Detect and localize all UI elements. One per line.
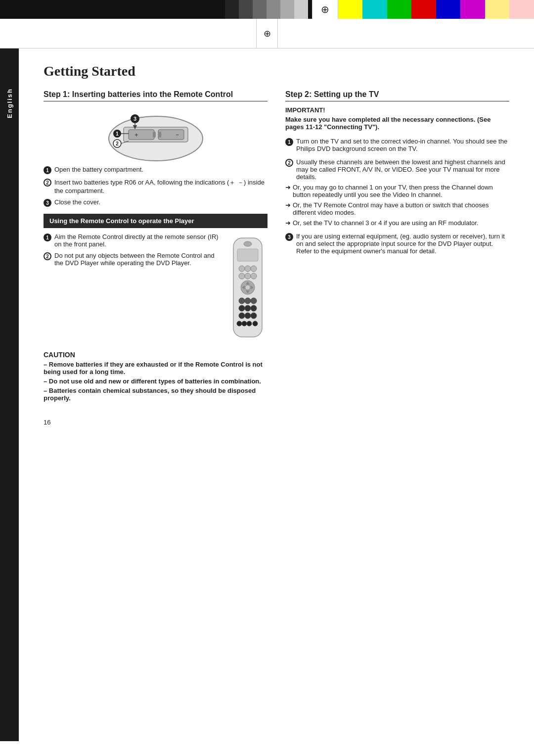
remote-num-2: 2: [44, 252, 51, 260]
remote-text-1: Aim the Remote Control directly at the r…: [54, 233, 220, 248]
svg-point-25: [251, 273, 257, 279]
remote-image: [228, 233, 267, 342]
arrow-item-3: ➜ Or, set the TV to channel 3 or 4 if yo…: [285, 219, 509, 227]
remote-section: 1 Aim the Remote Control directly at the…: [44, 233, 267, 342]
svg-point-20: [239, 266, 245, 272]
svg-point-41: [237, 321, 242, 326]
svg-rect-3: [153, 132, 156, 138]
step1-heading: Step 1: Inserting batteries into the Rem…: [44, 90, 267, 101]
svg-point-44: [253, 321, 258, 326]
important-box: IMPORTANT! Make sure you have completed …: [285, 106, 509, 131]
svg-rect-19: [237, 249, 258, 261]
left-column: Step 1: Inserting batteries into the Rem…: [44, 90, 267, 404]
important-title: IMPORTANT!: [285, 106, 509, 114]
caution-text: – Remove batteries if they are exhausted…: [44, 361, 267, 402]
svg-point-22: [251, 266, 257, 272]
step1-item-3: 3 Close the cover.: [44, 198, 267, 207]
caution-line-1: – Remove batteries if they are exhausted…: [44, 361, 267, 376]
step1-text-2: Insert two batteries type R06 or AA, fol…: [54, 178, 267, 194]
step1-num-3: 3: [44, 199, 51, 207]
caution-title: CAUTION: [44, 351, 267, 359]
two-column-layout: Step 1: Inserting batteries into the Rem…: [44, 90, 509, 404]
svg-text:1: 1: [116, 131, 119, 137]
svg-point-40: [251, 313, 257, 319]
step1-item-2: 2 Insert two batteries type R06 or AA, f…: [44, 178, 267, 194]
svg-rect-2: [129, 130, 154, 140]
caution-line-2: – Do not use old and new or different ty…: [44, 378, 267, 385]
header-area: ⊕: [0, 19, 534, 48]
svg-point-21: [245, 266, 251, 272]
important-text: Make sure you have completed all the nec…: [285, 116, 509, 131]
page-number-area: 16: [44, 419, 509, 426]
remote-box-label: Using the Remote Control to operate the …: [49, 217, 194, 225]
step2-num-2: 2: [285, 159, 293, 167]
top-color-bar: ⊕: [0, 0, 534, 19]
step2-text-1: Turn on the TV and set to the correct vi…: [296, 138, 509, 152]
remote-text-items: 1 Aim the Remote Control directly at the…: [44, 233, 220, 271]
arrow-icon-3: ➜: [285, 219, 291, 227]
svg-point-34: [251, 298, 257, 304]
svg-point-38: [239, 313, 245, 319]
remote-num-1: 1: [44, 234, 51, 241]
step1-text-3: Close the cover.: [54, 198, 100, 206]
step1-item-1: 1 Open the battery compartment.: [44, 166, 267, 174]
svg-text:－: －: [175, 132, 180, 138]
svg-point-23: [239, 273, 245, 279]
battery-diagram: ＋ － 3 1: [44, 106, 267, 166]
remote-item-2: 2 Do not put any objects between the Rem…: [44, 252, 220, 267]
step2-heading: Step 2: Setting up the TV: [285, 90, 509, 101]
arrow-text-1: Or, you may go to channel 1 on your TV, …: [293, 184, 509, 198]
remote-svg: [229, 233, 267, 342]
svg-point-27: [245, 285, 250, 290]
svg-point-18: [244, 241, 252, 246]
header-crosshair-icon: ⊕: [264, 28, 271, 39]
step1-num-2: 2: [44, 179, 51, 187]
caution-line-3: – Batteries contain chemical substances,…: [44, 387, 267, 402]
svg-point-43: [247, 321, 252, 326]
svg-point-32: [239, 298, 245, 304]
svg-point-39: [245, 313, 251, 319]
caution-section: CAUTION – Remove batteries if they are e…: [44, 351, 267, 402]
battery-svg: ＋ － 3 1: [101, 106, 210, 166]
svg-point-36: [245, 305, 251, 311]
remote-text-2: Do not put any objects between the Remot…: [54, 252, 220, 267]
step2-num-3: 3: [285, 233, 293, 241]
step2-item-2: 2 Usually these channels are between the…: [285, 158, 509, 181]
remote-item-1: 1 Aim the Remote Control directly at the…: [44, 233, 220, 248]
svg-point-37: [251, 305, 257, 311]
sidebar: English: [0, 48, 19, 741]
svg-rect-4: [158, 130, 184, 140]
remote-control-box: Using the Remote Control to operate the …: [44, 214, 267, 228]
step1-text-1: Open the battery compartment.: [54, 166, 143, 173]
svg-text:2: 2: [116, 141, 119, 146]
step1-num-1: 1: [44, 166, 51, 174]
arrow-icon-1: ➜: [285, 184, 291, 191]
svg-text:3: 3: [133, 116, 136, 122]
page-number: 16: [44, 419, 509, 426]
step2-text-2: Usually these channels are between the l…: [296, 158, 509, 181]
arrow-text-3: Or, set the TV to channel 3 or 4 if you …: [293, 219, 479, 227]
step2-item-3: 3 If you are using external equipment, (…: [285, 233, 509, 255]
right-column: Step 2: Setting up the TV IMPORTANT! Mak…: [285, 90, 509, 404]
arrow-item-1: ➜ Or, you may go to channel 1 on your TV…: [285, 184, 509, 198]
page-wrapper: English Getting Started Step 1: Insertin…: [0, 48, 534, 741]
main-content: Getting Started Step 1: Inserting batter…: [19, 48, 534, 741]
crosshair-icon: ⊕: [321, 3, 329, 15]
svg-point-35: [239, 305, 245, 311]
page-title: Getting Started: [44, 63, 509, 79]
step2-item-1: 1 Turn on the TV and set to the correct …: [285, 138, 509, 152]
svg-rect-5: [158, 132, 161, 138]
svg-point-42: [242, 321, 247, 326]
svg-point-33: [245, 298, 251, 304]
step2-text-3: If you are using external equipment, (eg…: [296, 233, 509, 255]
arrow-text-2: Or, the TV Remote Control may have a but…: [293, 201, 509, 216]
step2-num-1: 1: [285, 138, 293, 146]
svg-point-24: [245, 273, 251, 279]
arrow-item-2: ➜ Or, the TV Remote Control may have a b…: [285, 201, 509, 216]
arrow-icon-2: ➜: [285, 201, 291, 209]
sidebar-language-label: English: [6, 88, 13, 118]
svg-text:＋: ＋: [134, 132, 139, 138]
